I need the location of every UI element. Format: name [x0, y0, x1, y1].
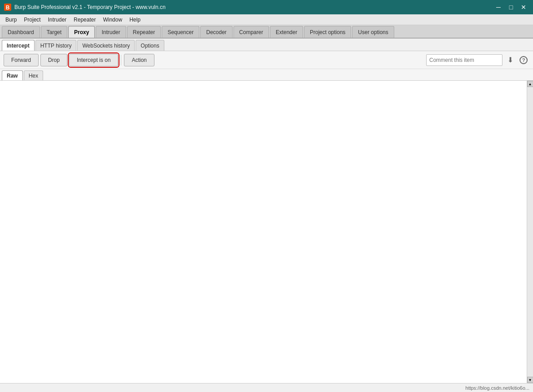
action-button[interactable]: Action — [124, 54, 154, 66]
tab-target[interactable]: Target — [41, 26, 67, 38]
tab-user-options[interactable]: User options — [352, 26, 394, 38]
maximize-button[interactable]: □ — [505, 3, 517, 12]
download-icon: ⬇ — [507, 56, 513, 64]
minimize-button[interactable]: ─ — [493, 3, 504, 12]
status-bar: https://blog.csdn.net/kitio6o... — [0, 383, 533, 392]
comment-input[interactable] — [426, 54, 502, 66]
menu-window[interactable]: Window — [99, 16, 126, 24]
subtab-options[interactable]: Options — [136, 40, 164, 51]
menu-bar: Burp Project Intruder Repeater Window He… — [0, 14, 533, 25]
help-button[interactable]: ? — [518, 54, 529, 66]
scroll-up-arrow[interactable]: ▲ — [527, 81, 533, 87]
subtab-intercept[interactable]: Intercept — [2, 40, 35, 51]
title-bar: B Burp Suite Professional v2.1 - Tempora… — [0, 0, 533, 14]
menu-repeater[interactable]: Repeater — [70, 16, 99, 24]
status-url: https://blog.csdn.net/kitio6o... — [466, 385, 529, 391]
tab-repeater[interactable]: Repeater — [127, 26, 161, 38]
tab-comparer[interactable]: Comparer — [233, 26, 269, 38]
sub-tab-bar: Intercept HTTP history WebSockets histor… — [0, 39, 533, 51]
menu-burp[interactable]: Burp — [2, 16, 20, 24]
tab-sequencer[interactable]: Sequencer — [162, 26, 199, 38]
content-area — [0, 81, 533, 383]
tab-decoder[interactable]: Decoder — [200, 26, 232, 38]
download-icon-button[interactable]: ⬇ — [504, 54, 516, 66]
tab-dashboard[interactable]: Dashboard — [2, 26, 40, 38]
subtab-http-history[interactable]: HTTP history — [35, 40, 77, 51]
toolbar: Forward Drop Intercept is on Action ⬇ ? — [0, 51, 533, 69]
menu-project[interactable]: Project — [20, 16, 44, 24]
tab-project-options[interactable]: Project options — [304, 26, 351, 38]
tab-extender[interactable]: Extender — [270, 26, 303, 38]
forward-button[interactable]: Forward — [4, 54, 39, 66]
drop-button[interactable]: Drop — [40, 54, 67, 66]
menu-intruder[interactable]: Intruder — [44, 16, 70, 24]
view-tab-hex[interactable]: Hex — [24, 70, 43, 80]
toolbar-separator — [121, 55, 121, 65]
window-controls: ─ □ ✕ — [493, 3, 529, 12]
view-tab-bar: Raw Hex — [0, 69, 533, 81]
window-title: Burp Suite Professional v2.1 - Temporary… — [14, 4, 166, 10]
svg-text:B: B — [6, 4, 10, 11]
help-icon: ? — [520, 56, 528, 64]
tab-proxy[interactable]: Proxy — [68, 26, 95, 38]
close-button[interactable]: ✕ — [518, 3, 529, 12]
menu-help[interactable]: Help — [126, 16, 144, 24]
scroll-down-arrow[interactable]: ▼ — [527, 377, 533, 383]
view-tab-raw[interactable]: Raw — [2, 70, 23, 80]
tab-intruder[interactable]: Intruder — [96, 26, 126, 38]
app-icon: B — [4, 3, 12, 11]
main-tab-bar: Dashboard Target Proxy Intruder Repeater… — [0, 25, 533, 39]
subtab-websockets-history[interactable]: WebSockets history — [77, 40, 135, 51]
intercept-toggle-button[interactable]: Intercept is on — [69, 54, 118, 66]
vertical-scrollbar[interactable]: ▲ ▼ — [527, 81, 533, 383]
